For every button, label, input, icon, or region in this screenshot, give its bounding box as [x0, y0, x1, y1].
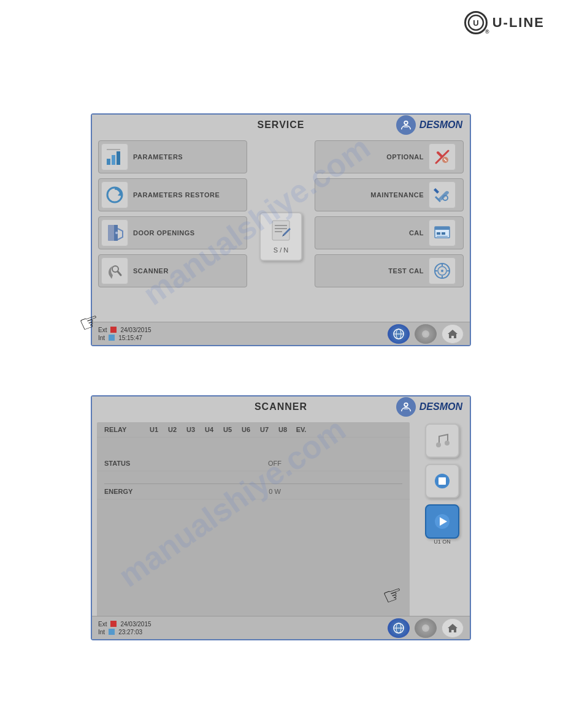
svg-rect-47 [404, 409, 408, 409]
parameters-restore-button[interactable]: PARAMETERS RESTORE [98, 178, 247, 211]
scanner-status-value: OFF [147, 460, 402, 467]
scanner-unit-u4: U4 [202, 426, 216, 433]
scanner-table-area: RELAY U1 U2 U3 U4 U5 U6 U7 U8 EV. [97, 422, 410, 627]
cal-button[interactable]: CAL [315, 216, 464, 249]
svg-point-14 [115, 232, 118, 234]
maintenance-button[interactable]: MAINTENANCE [315, 178, 464, 211]
scanner-panel-header: SCANNER DESMON [92, 396, 470, 417]
svg-rect-28 [435, 227, 450, 230]
scanner-play-button[interactable] [425, 504, 459, 539]
maintenance-label: MAINTENANCE [370, 191, 424, 199]
uline-logo-circle: U [464, 11, 488, 34]
svg-point-42 [422, 330, 429, 338]
scanner-unit-ev: EV. [294, 426, 308, 433]
scanner-unit-u7: U7 [258, 426, 271, 433]
service-footer-int-dot [109, 335, 115, 341]
scanner-footer-int-row: Int 23:27:03 [98, 629, 151, 635]
scanner-footer-date: 24/03/2015 [120, 621, 151, 628]
scanner-unit-u3: U3 [184, 426, 197, 433]
cal-icon [429, 219, 456, 246]
scanner-units-header: U1 U2 U3 U4 U5 U6 U7 U8 EV. [147, 426, 308, 433]
parameters-restore-icon [101, 181, 128, 208]
svg-rect-51 [439, 477, 446, 485]
svg-text:U: U [473, 18, 478, 28]
scanner-button[interactable]: SCANNER [98, 254, 247, 287]
test-cal-icon [429, 257, 456, 284]
svg-marker-43 [448, 330, 458, 338]
cal-label: CAL [409, 229, 424, 237]
scanner-nav-globe-button[interactable] [388, 618, 410, 638]
parameters-icon [101, 143, 128, 170]
service-panel-title: SERVICE [258, 119, 305, 131]
optional-label: OPTIONAL [386, 153, 424, 161]
scanner-music-group [425, 423, 459, 458]
service-left-buttons: PARAMETERS PARAMETERS RESTORE [92, 135, 253, 338]
svg-line-16 [118, 271, 121, 275]
scanner-energy-value: 0 W [147, 488, 402, 495]
door-openings-button[interactable]: DOOR OPENINGS [98, 216, 247, 249]
scanner-relay-row: RELAY U1 U2 U3 U4 U5 U6 U7 U8 EV. [97, 422, 410, 438]
scanner-energy-row: ENERGY 0 W [97, 484, 410, 499]
scanner-label: SCANNER [133, 267, 169, 275]
scanner-unit-u5: U5 [221, 426, 234, 433]
service-panel-header: SERVICE DESMON [92, 115, 470, 135]
scanner-stop-group [425, 464, 459, 498]
scanner-footer-int-dot [109, 629, 115, 635]
service-right-buttons: OPTIONAL MAINTENANCE [308, 135, 470, 338]
optional-button[interactable]: OPTIONAL [315, 140, 464, 173]
uline-logo-text: U-LINE [492, 15, 545, 31]
svg-rect-6 [107, 159, 110, 165]
scanner-footer-info: Ext 24/03/2015 Int 23:27:03 [98, 621, 151, 635]
sn-label: S / N [274, 246, 288, 254]
door-openings-icon [101, 219, 128, 246]
scanner-bottom-space [97, 499, 410, 627]
svg-point-3 [405, 122, 407, 124]
scanner-empty-row [97, 438, 410, 456]
service-panel-footer: Ext 24/03/2015 Int 15:15:47 [92, 322, 470, 345]
parameters-label: PARAMETERS [133, 153, 183, 161]
service-footer-time: 15:15:47 [118, 335, 142, 341]
scanner-footer-time: 23:27:03 [118, 629, 142, 635]
svg-point-57 [422, 624, 429, 632]
service-footer-int-row: Int 15:15:47 [98, 335, 151, 341]
maintenance-icon [429, 181, 456, 208]
sn-button[interactable]: S / N [259, 212, 302, 261]
scanner-music-button[interactable] [425, 423, 459, 458]
optional-icon [429, 143, 456, 170]
service-footer-ext-label: Ext [98, 327, 107, 333]
scanner-status-label: STATUS [104, 460, 147, 467]
sn-icon [270, 219, 292, 244]
scanner-nav-gray-button[interactable] [415, 618, 437, 638]
scanner-panel-title: SCANNER [255, 401, 307, 412]
service-footer-int-label: Int [98, 335, 105, 341]
svg-marker-58 [448, 624, 458, 632]
test-cal-label: TEST CAL [388, 267, 424, 275]
scanner-nav-home-button[interactable] [442, 618, 464, 638]
scanner-energy-label: ENERGY [104, 488, 147, 495]
brand-icon-service [396, 115, 416, 135]
service-nav-globe-button[interactable] [388, 324, 410, 344]
uline-logo: U U-LINE [464, 11, 545, 34]
scanner-footer-ext-label: Ext [98, 621, 107, 628]
svg-rect-30 [442, 232, 445, 235]
svg-rect-7 [112, 155, 115, 165]
parameters-button[interactable]: PARAMETERS [98, 140, 247, 173]
svg-point-49 [445, 441, 450, 446]
scanner-play-group: U1 ON [425, 504, 459, 545]
svg-point-34 [441, 270, 443, 272]
scanner-brand-name: DESMON [419, 401, 462, 412]
test-cal-button[interactable]: TEST CAL [315, 254, 464, 287]
scanner-unit-u8: U8 [276, 426, 289, 433]
parameters-restore-label: PARAMETERS RESTORE [133, 191, 220, 199]
svg-point-45 [405, 404, 407, 406]
service-nav-home-button[interactable] [442, 324, 464, 344]
scanner-panel-footer: Ext 24/03/2015 Int 23:27:03 [92, 616, 470, 639]
service-nav-gray-button[interactable] [415, 324, 437, 344]
scanner-relay-label: RELAY [104, 426, 147, 433]
scanner-u1-on-label: U1 ON [434, 539, 451, 545]
scanner-footer-ext-row: Ext 24/03/2015 [98, 621, 151, 628]
service-panel: SERVICE DESMON [91, 113, 471, 346]
scanner-stop-button[interactable] [425, 464, 459, 498]
service-content: PARAMETERS PARAMETERS RESTORE [92, 135, 470, 338]
service-panel-brand: DESMON [396, 115, 462, 135]
